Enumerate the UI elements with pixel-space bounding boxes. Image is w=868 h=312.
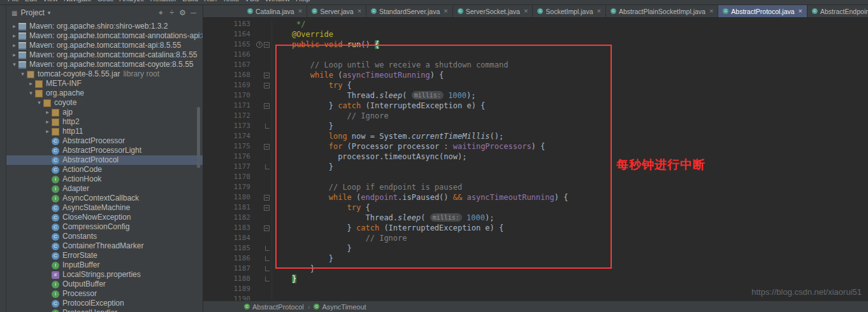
tab-abstractplainsocketimpl-java[interactable]: CAbstractPlainSocketImpl.java× xyxy=(606,5,718,17)
close-icon[interactable]: × xyxy=(597,8,600,15)
close-icon[interactable]: × xyxy=(298,8,302,15)
chevron-right-icon[interactable]: ▸ xyxy=(10,41,18,50)
fold-end-icon[interactable] xyxy=(265,276,270,281)
code-text[interactable]: // Loop if endpoint is paused xyxy=(272,182,868,192)
tree-item-localstrings-properties[interactable]: #LocalStrings.properties xyxy=(6,270,203,280)
fold-end-icon[interactable] xyxy=(265,266,270,271)
fold-end-icon[interactable] xyxy=(265,124,270,129)
tree-item-ajp[interactable]: ▸ajp xyxy=(6,108,203,117)
tree-item-meta-inf[interactable]: ▸META-INF xyxy=(6,79,203,89)
close-icon[interactable]: × xyxy=(799,8,802,15)
fold-end-icon[interactable] xyxy=(265,164,270,169)
code-text[interactable]: for (Processor processor : waitingProces… xyxy=(272,141,868,152)
tab-socketimpl-java[interactable]: CSocketImpl.java× xyxy=(533,5,606,17)
code-text[interactable]: } catch (InterruptedException e) { xyxy=(272,101,868,111)
project-panel-title[interactable]: Project xyxy=(20,8,44,17)
chevron-right-icon[interactable]: ▸ xyxy=(10,22,18,31)
code-text[interactable]: */ xyxy=(272,19,868,29)
code-text[interactable]: } xyxy=(272,121,868,131)
tree-item-actioncode[interactable]: CActionCode xyxy=(6,165,203,174)
chevron-right-icon[interactable]: ▸ xyxy=(43,127,52,136)
code-text[interactable]: try { xyxy=(272,80,868,90)
tab-catalina-java[interactable]: CCatalina.java× xyxy=(243,5,307,17)
tree-item-org-apache[interactable]: ▾org.apache xyxy=(6,89,203,98)
tree-item-maven-org-apache-tomcat-tomcat-api-8-5-55[interactable]: ▸Maven: org.apache.tomcat:tomcat-api:8.5… xyxy=(6,41,203,50)
tree-item-abstractprotocol[interactable]: CAbstractProtocol xyxy=(6,155,203,165)
breadcrumb-item-asynctimeout[interactable]: CAsyncTimeout xyxy=(314,303,366,311)
chevron-down-icon[interactable]: ▾ xyxy=(27,89,35,98)
tree-item-http11[interactable]: ▸http11 xyxy=(6,127,203,136)
tree-item-abstractprocessorlight[interactable]: CAbstractProcessorLight xyxy=(6,146,203,155)
chevron-down-icon[interactable]: ▾ xyxy=(35,98,43,108)
settings-icon[interactable]: ⚙ xyxy=(177,8,188,17)
left-tool-window-strip[interactable] xyxy=(0,5,6,312)
locate-icon[interactable]: ⌖ xyxy=(156,8,166,17)
tree-item-protocolhandler[interactable]: IProtocolHandler xyxy=(6,308,203,312)
chevron-right-icon[interactable]: ▸ xyxy=(10,50,18,60)
tree-item-maven-org-apache-tomcat-tomcat-annotations-api-8-5-55[interactable]: ▸Maven: org.apache.tomcat:tomcat-annotat… xyxy=(6,31,203,41)
code-text[interactable]: } xyxy=(272,253,868,264)
tree-item-actionhook[interactable]: IActionHook xyxy=(6,174,203,184)
code-text[interactable] xyxy=(272,50,868,60)
code-text[interactable]: } catch (InterruptedException e) { xyxy=(272,223,868,233)
collapse-all-icon[interactable]: ÷ xyxy=(166,8,177,17)
tree-item-constants[interactable]: CConstants xyxy=(6,232,203,241)
tree-item-containerthreadmarker[interactable]: CContainerThreadMarker xyxy=(6,241,203,251)
tab-server-java[interactable]: CServer.java× xyxy=(307,5,366,17)
close-icon[interactable]: × xyxy=(709,8,713,15)
tree-item-asynccontextcallback[interactable]: IAsyncContextCallback xyxy=(6,194,203,203)
chevron-right-icon[interactable]: ▸ xyxy=(43,108,52,117)
fold-start-icon[interactable]: − xyxy=(264,42,270,48)
editor-body[interactable]: 1163 */1164 @Override1165↑− public void … xyxy=(203,18,868,301)
tree-item-errorstate[interactable]: CErrorState xyxy=(6,251,203,260)
code-text[interactable]: long now = System.currentTimeMillis(); xyxy=(272,131,868,141)
chevron-right-icon[interactable]: ▸ xyxy=(27,79,35,89)
chevron-down-icon[interactable]: ▾ xyxy=(18,69,27,79)
chevron-down-icon[interactable]: ▾ xyxy=(48,10,51,16)
code-text[interactable]: while (endpoint.isPaused() && asyncTimeo… xyxy=(272,192,868,202)
fold-start-icon[interactable]: − xyxy=(264,144,270,150)
code-text[interactable] xyxy=(272,172,868,182)
code-text[interactable]: processor.timeoutAsync(now); xyxy=(272,152,868,162)
tab-serversocket-java[interactable]: CServerSocket.java× xyxy=(453,5,533,17)
fold-start-icon[interactable]: − xyxy=(264,73,270,78)
code-text[interactable]: } xyxy=(272,162,868,172)
tree-item-closenowexception[interactable]: CCloseNowException xyxy=(6,213,203,222)
tab-abstractendpoint-java[interactable]: CAbstractEndpoint.java× xyxy=(807,5,868,17)
fold-start-icon[interactable]: − xyxy=(264,195,270,201)
override-gutter-icon[interactable]: ↑ xyxy=(256,41,263,48)
close-icon[interactable]: × xyxy=(444,8,447,15)
tab-standardserver-java[interactable]: CStandardServer.java× xyxy=(366,5,453,17)
fold-start-icon[interactable]: − xyxy=(264,205,270,211)
tree-item-adapter[interactable]: IAdapter xyxy=(6,184,203,194)
tree-item-asyncstatemachine[interactable]: CAsyncStateMachine xyxy=(6,203,203,213)
chevron-down-icon[interactable]: ▾ xyxy=(10,60,18,69)
code-text[interactable]: try { xyxy=(272,202,868,213)
tree-item-protocolexception[interactable]: CProtocolException xyxy=(6,299,203,308)
code-text[interactable]: Thread.sleep( millis: 1000); xyxy=(272,90,868,101)
fold-end-icon[interactable] xyxy=(265,246,270,251)
tree-item-http2[interactable]: ▸http2 xyxy=(6,117,203,127)
code-text[interactable]: while (asyncTimeoutRunning) { xyxy=(272,70,868,80)
code-text[interactable]: @Override xyxy=(272,29,868,39)
tree-item-processor[interactable]: IProcessor xyxy=(6,289,203,299)
code-text[interactable]: public void run() { xyxy=(272,39,868,50)
tree-item-tomcat-coyote-8-5-55-jar[interactable]: ▾tomcat-coyote-8.5.55.jarlibrary root xyxy=(6,69,203,79)
tree-item-maven-org-apache-tomcat-tomcat-catalina-8-5-55[interactable]: ▸Maven: org.apache.tomcat:tomcat-catalin… xyxy=(6,50,203,60)
tab-abstractprotocol-java[interactable]: CAbstractProtocol.java× xyxy=(718,5,807,17)
chevron-right-icon[interactable]: ▸ xyxy=(10,31,18,41)
fold-start-icon[interactable]: − xyxy=(264,225,270,231)
menu-bar-clipped[interactable]: File Edit View Navigate Code Analyze Ref… xyxy=(0,0,868,5)
close-icon[interactable]: × xyxy=(524,8,528,15)
code-text[interactable]: Thread.sleep( millis: 1000); xyxy=(272,213,868,223)
fold-start-icon[interactable]: − xyxy=(264,83,270,89)
hide-panel-icon[interactable]: ─ xyxy=(188,8,199,17)
code-text[interactable]: } xyxy=(272,264,868,274)
code-text[interactable]: // Ignore xyxy=(272,111,868,121)
chevron-right-icon[interactable]: ▸ xyxy=(43,117,52,127)
tree-item-maven-org-apache-shiro-shiro-web-1-3-2[interactable]: ▸Maven: org.apache.shiro:shiro-web:1.3.2 xyxy=(6,22,203,31)
breadcrumb-item-abstractprotocol[interactable]: CAbstractProtocol xyxy=(244,303,304,311)
code-text[interactable]: // Loop until we receive a shutdown comm… xyxy=(272,60,868,70)
tree-item-outputbuffer[interactable]: IOutputBuffer xyxy=(6,280,203,289)
code-text[interactable]: } xyxy=(272,243,868,253)
